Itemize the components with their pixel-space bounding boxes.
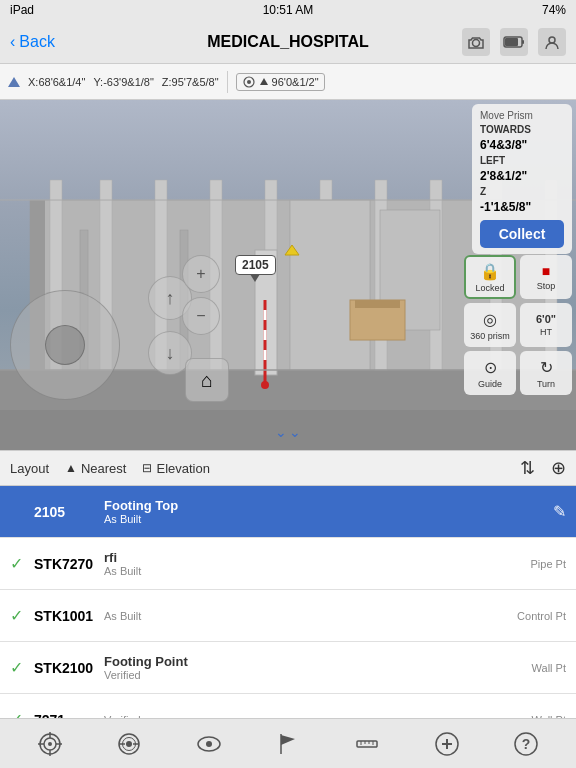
toolbar-layers-button[interactable] bbox=[109, 724, 149, 764]
battery-label: 74% bbox=[542, 3, 566, 17]
svg-marker-51 bbox=[281, 735, 295, 745]
svg-rect-3 bbox=[522, 40, 524, 44]
right-controls: 🔒 Locked ■ Stop ◎ 360 prism 6'0" HT ⊙ Gu… bbox=[464, 255, 572, 395]
selected-point-row[interactable]: 2105 Footing Top As Built ✎ bbox=[0, 486, 576, 538]
prism360-button[interactable]: ◎ 360 prism bbox=[464, 303, 516, 347]
svg-rect-23 bbox=[290, 200, 370, 370]
left-value-row: 2'8&1/2" bbox=[480, 169, 564, 183]
prism-triangle-icon bbox=[260, 78, 268, 85]
point-label-popup: 2105 bbox=[235, 255, 276, 275]
sort-button[interactable]: ⇅ bbox=[520, 457, 535, 479]
left-row: LEFT bbox=[480, 155, 564, 166]
joystick-inner[interactable] bbox=[45, 325, 85, 365]
controls-row-3: ⊙ Guide ↻ Turn bbox=[464, 351, 572, 395]
nav-icons bbox=[462, 28, 566, 56]
add-point-button[interactable]: ⊕ bbox=[551, 457, 566, 479]
lock-icon: 🔒 bbox=[480, 262, 500, 281]
point-row[interactable]: ✓STK1001As BuiltControl Pt bbox=[0, 590, 576, 642]
move-prism-panel: Move Prism TOWARDS 6'4&3/8" LEFT 2'8&1/2… bbox=[472, 104, 572, 254]
point-type: Pipe Pt bbox=[531, 558, 566, 570]
svg-marker-33 bbox=[285, 245, 299, 255]
scroll-indicator: ⌄ ⌄ bbox=[275, 424, 301, 440]
guide-label: Guide bbox=[478, 379, 502, 389]
toolbar-flag-button[interactable] bbox=[268, 724, 308, 764]
toolbar-add-button[interactable] bbox=[427, 724, 467, 764]
z-label: Z bbox=[480, 186, 486, 197]
point-sub: Verified bbox=[104, 669, 532, 681]
coord-triangle-icon bbox=[8, 77, 20, 87]
nav-bar: ‹ Back MEDICAL_HOSPITAL bbox=[0, 20, 576, 64]
svg-rect-18 bbox=[430, 180, 442, 370]
prism-distance: 96'0&1/2" bbox=[272, 76, 319, 88]
ruler-icon bbox=[354, 731, 380, 757]
home-button[interactable]: ⌂ bbox=[185, 358, 229, 402]
battery-icon[interactable] bbox=[500, 28, 528, 56]
checkmark: ✓ bbox=[10, 554, 28, 573]
checkmark: ✓ bbox=[10, 658, 28, 677]
prism-icon bbox=[242, 75, 256, 89]
controls-row-2: ◎ 360 prism 6'0" HT bbox=[464, 303, 572, 347]
turn-button[interactable]: ↻ Turn bbox=[520, 351, 572, 395]
locked-button[interactable]: 🔒 Locked bbox=[464, 255, 516, 299]
profile-icon[interactable] bbox=[538, 28, 566, 56]
svg-rect-24 bbox=[380, 210, 440, 330]
svg-text:?: ? bbox=[522, 736, 531, 752]
joystick-area[interactable] bbox=[10, 290, 130, 410]
scroll-chevron-1: ⌄ bbox=[275, 424, 287, 440]
camera-icon[interactable] bbox=[462, 28, 490, 56]
point-info: rfiAs Built bbox=[104, 550, 531, 577]
svg-rect-16 bbox=[320, 180, 332, 370]
coord-divider bbox=[227, 71, 228, 93]
point-id: STK7270 bbox=[34, 556, 104, 572]
collect-button[interactable]: Collect bbox=[480, 220, 564, 248]
selected-point-info: Footing Top As Built bbox=[104, 498, 545, 525]
point-row[interactable]: ✓STK7270rfiAs BuiltPipe Pt bbox=[0, 538, 576, 590]
zoom-out-button[interactable]: − bbox=[182, 297, 220, 335]
zoom-in-button[interactable]: + bbox=[182, 255, 220, 293]
eye-icon bbox=[196, 731, 222, 757]
bottom-toolbar: ? bbox=[0, 718, 576, 768]
nearest-triangle-icon: ▲ bbox=[65, 461, 77, 475]
toolbar-target-button[interactable] bbox=[30, 724, 70, 764]
svg-point-44 bbox=[126, 741, 132, 747]
svg-point-0 bbox=[473, 39, 480, 46]
joystick-outer[interactable] bbox=[10, 290, 120, 400]
point-row[interactable]: ✓STK2100Footing PointVerifiedWall Pt bbox=[0, 642, 576, 694]
point-name: rfi bbox=[104, 550, 531, 565]
svg-point-6 bbox=[247, 80, 251, 84]
towards-label: TOWARDS bbox=[480, 124, 531, 135]
flag-icon bbox=[275, 731, 301, 757]
ht-button[interactable]: 6'0" HT bbox=[520, 303, 572, 347]
elevation-button[interactable]: ⊟ Elevation bbox=[142, 461, 209, 476]
prism-indicator: 96'0&1/2" bbox=[236, 73, 325, 91]
edit-icon[interactable]: ✎ bbox=[553, 502, 566, 521]
point-info: Footing PointVerified bbox=[104, 654, 532, 681]
left-label: LEFT bbox=[480, 155, 505, 166]
layers-icon bbox=[116, 731, 142, 757]
turn-icon: ↻ bbox=[540, 358, 553, 377]
toolbar-measure-button[interactable] bbox=[347, 724, 387, 764]
layout-bar: Layout ▲ Nearest ⊟ Elevation ⇅ ⊕ bbox=[0, 450, 576, 486]
toolbar-help-button[interactable]: ? bbox=[506, 724, 546, 764]
selected-point-sub: As Built bbox=[104, 513, 545, 525]
nearest-button[interactable]: ▲ Nearest bbox=[65, 461, 126, 476]
coord-z: Z:95'7&5/8" bbox=[162, 76, 219, 88]
layout-button[interactable]: Layout bbox=[10, 461, 49, 476]
back-button[interactable]: ‹ Back bbox=[10, 33, 55, 51]
back-label: Back bbox=[19, 33, 55, 51]
svg-rect-15 bbox=[265, 180, 277, 370]
point-name: Footing Point bbox=[104, 654, 532, 669]
point-info: As Built bbox=[104, 610, 517, 622]
guide-button[interactable]: ⊙ Guide bbox=[464, 351, 516, 395]
coord-y: Y:-63'9&1/8" bbox=[93, 76, 153, 88]
stop-button[interactable]: ■ Stop bbox=[520, 255, 572, 299]
elevation-label: Elevation bbox=[156, 461, 209, 476]
toolbar-view-button[interactable] bbox=[189, 724, 229, 764]
ht-value: 6'0" bbox=[536, 313, 556, 325]
controls-row-1: 🔒 Locked ■ Stop bbox=[464, 255, 572, 299]
prism360-label: 360 prism bbox=[470, 331, 510, 341]
target-icon bbox=[37, 731, 63, 757]
point-sub: As Built bbox=[104, 565, 531, 577]
svg-rect-25 bbox=[350, 300, 405, 340]
point-id: STK1001 bbox=[34, 608, 104, 624]
